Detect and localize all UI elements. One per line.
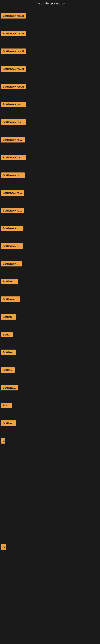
bottleneck-item: Bottleneck result bbox=[0, 184, 100, 202]
bottleneck-badge[interactable]: Bottleneck result bbox=[1, 13, 26, 18]
bottleneck-badge[interactable]: Bottleneck res bbox=[1, 296, 20, 302]
bottleneck-badge[interactable]: Bottler bbox=[1, 332, 13, 337]
bottleneck-badge[interactable]: Bottleneck resul bbox=[1, 261, 22, 266]
bottleneck-badge[interactable]: Bottleneck result bbox=[1, 208, 24, 213]
empty-item bbox=[0, 467, 100, 485]
bottleneck-item: Bottlenec bbox=[0, 308, 100, 326]
bottleneck-badge[interactable]: Bottleneck result bbox=[1, 155, 26, 160]
bottleneck-badge[interactable]: Bottleneck result bbox=[1, 66, 26, 72]
bottleneck-badge[interactable]: Bottleneck result bbox=[1, 137, 25, 142]
bottleneck-item: Bottleneck result bbox=[0, 24, 100, 42]
empty-item bbox=[0, 556, 100, 574]
bottleneck-item: Bottleneck result bbox=[0, 60, 100, 78]
bottleneck-item: Bottleneck bbox=[0, 272, 100, 290]
bottleneck-badge[interactable]: Bottleneck result bbox=[1, 102, 26, 107]
bottleneck-item: Bottleneck result bbox=[0, 237, 100, 255]
empty-item bbox=[0, 627, 100, 644]
bottleneck-badge[interactable]: Bottleneck bbox=[1, 279, 18, 284]
bottleneck-item: Bottleneck r bbox=[0, 379, 100, 396]
bottleneck-item: Bottleneck result bbox=[0, 219, 100, 237]
bottleneck-badge[interactable]: Bottlenec bbox=[1, 350, 16, 355]
bottleneck-item: Bottleneck result bbox=[0, 148, 100, 166]
bottleneck-item: Bottleneck result bbox=[0, 202, 100, 219]
bottleneck-item: Bottleneck result bbox=[0, 166, 100, 184]
bottleneck-item: Bottleneck result bbox=[0, 42, 100, 60]
bottleneck-badge[interactable]: Bottleneck result bbox=[1, 119, 26, 125]
bottleneck-item: Bottleneck result bbox=[0, 131, 100, 148]
bottleneck-item: Bottleneck result bbox=[0, 113, 100, 131]
empty-item bbox=[0, 591, 100, 609]
empty-item bbox=[0, 609, 100, 627]
bottleneck-item: Bottleneck result bbox=[0, 7, 100, 24]
site-title: TheBottlenecker.com bbox=[0, 0, 100, 7]
bottleneck-badge[interactable]: Bottleneck r bbox=[1, 385, 18, 390]
bottleneck-badge[interactable]: Bottleneck result bbox=[1, 243, 23, 249]
empty-item bbox=[0, 450, 100, 467]
bottleneck-item: Bottleneck resul bbox=[0, 255, 100, 272]
bottleneck-badge[interactable]: Bottlenec bbox=[1, 420, 16, 426]
bottleneck-item: Bottlenec bbox=[0, 414, 100, 432]
empty-item bbox=[0, 520, 100, 538]
bottleneck-badge[interactable]: Bottleneck result bbox=[1, 172, 25, 178]
bottleneck-badge[interactable]: Bo bbox=[1, 544, 6, 550]
bottleneck-item: Bottle bbox=[0, 396, 100, 414]
bottleneck-badge[interactable]: Bottlenec bbox=[1, 314, 16, 320]
bottleneck-badge[interactable]: Bottleneck result bbox=[1, 84, 26, 89]
bottleneck-item: Bottleneck result bbox=[0, 96, 100, 113]
bottleneck-item: Bottlenec bbox=[0, 343, 100, 361]
bottleneck-badge[interactable]: Bottle bbox=[1, 403, 12, 408]
bottleneck-badge[interactable]: Bottleneck result bbox=[1, 48, 26, 54]
bottleneck-item: Bottleneck res bbox=[0, 290, 100, 308]
bottleneck-item: Bottler bbox=[0, 326, 100, 343]
empty-item bbox=[0, 574, 100, 591]
bottleneck-badge[interactable]: Bottleneck result bbox=[1, 226, 23, 231]
empty-item bbox=[0, 503, 100, 520]
bottleneck-item: Bo bbox=[0, 538, 100, 556]
bottleneck-badge[interactable]: B bbox=[1, 438, 5, 444]
bottleneck-badge[interactable]: Bottlene bbox=[1, 367, 15, 373]
bottleneck-badge[interactable]: Bottleneck result bbox=[1, 31, 26, 36]
bottleneck-item: Bottlene bbox=[0, 361, 100, 379]
empty-item bbox=[0, 485, 100, 503]
bottleneck-badge[interactable]: Bottleneck result bbox=[1, 190, 24, 196]
bottleneck-item: Bottleneck result bbox=[0, 78, 100, 96]
bottleneck-item: B bbox=[0, 432, 100, 450]
